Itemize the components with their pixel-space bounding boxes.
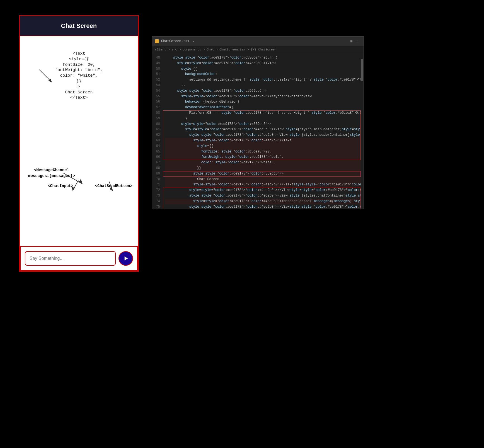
tab-close-icon[interactable]: ✕	[193, 40, 195, 43]
phone-body: <Text style={{ fontSize: 20, fontWeight:…	[20, 36, 138, 240]
code-line-2: style={{	[28, 56, 130, 61]
arrow-text-component	[37, 67, 59, 90]
chat-send-button[interactable]	[118, 251, 133, 266]
arrow-chat-send	[98, 181, 120, 196]
breadcrumb-text: client > src > components > Chat > ChatS…	[155, 48, 277, 51]
editor-tab-name[interactable]: ChatScreen.tsx	[161, 39, 189, 43]
scroll-thumb[interactable]	[361, 59, 363, 81]
svg-marker-7	[110, 186, 113, 191]
editor-breadcrumb: client > src > components > Chat > ChatS…	[152, 46, 364, 53]
code-content: style=style="color:#ce9178">"color:#c586…	[163, 53, 364, 209]
phone-footer	[20, 246, 138, 271]
chat-input[interactable]	[25, 251, 116, 266]
editor-tab-bar: ChatScreen.tsx ✕ ⊞ …	[152, 37, 364, 46]
split-editor-icon[interactable]: ⊞	[350, 39, 355, 43]
code-editor: ChatScreen.tsx ✕ ⊞ … client > src > comp…	[152, 36, 364, 209]
phone-mockup: Chat Screen <Text style={{ fontSize: 20,…	[19, 15, 139, 272]
code-line-1: <Text	[28, 50, 130, 56]
line-numbers: 4849505152535455565758596061626364656667…	[152, 53, 163, 209]
editor-header-icons: ⊞ …	[350, 39, 361, 43]
phone-title: Chat Screen	[61, 22, 97, 29]
more-actions-icon[interactable]: …	[356, 39, 361, 43]
code-line-9: </Text>	[28, 94, 130, 100]
editor-content: 4849505152535455565758596061626364656667…	[152, 53, 364, 209]
code-line-3: fontSize: 20,	[28, 61, 130, 67]
phone-header: Chat Screen	[20, 16, 138, 36]
arrow-chat-input	[67, 180, 89, 195]
scroll-bar[interactable]	[361, 53, 364, 209]
send-icon	[122, 255, 129, 262]
tab-file-icon	[155, 39, 159, 43]
